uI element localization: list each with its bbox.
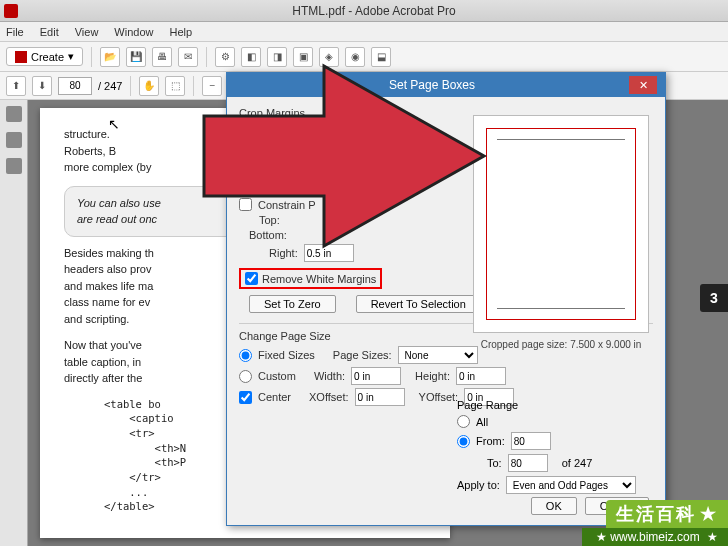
star-icon: ★ — [700, 504, 718, 524]
tool-icon[interactable]: ◉ — [345, 47, 365, 67]
tool-icon[interactable]: ◨ — [267, 47, 287, 67]
all-pages-radio[interactable] — [457, 415, 470, 428]
doc-text: more complex (by — [64, 161, 151, 173]
pdf-icon — [4, 4, 18, 18]
tool-icon[interactable]: ◈ — [319, 47, 339, 67]
create-icon — [15, 51, 27, 63]
window-title: HTML.pdf - Adobe Acrobat Pro — [24, 4, 724, 18]
fixed-sizes-label: Fixed Sizes — [258, 349, 315, 361]
custom-radio[interactable] — [239, 370, 252, 383]
from-label: From: — [476, 435, 505, 447]
doc-text: Now that you've — [64, 339, 142, 351]
menu-file[interactable]: File — [6, 26, 24, 38]
select-tool-icon[interactable]: ⬚ — [165, 76, 185, 96]
page-sizes-label: Page Sizes: — [333, 349, 392, 361]
save-icon[interactable]: 💾 — [126, 47, 146, 67]
menubar: File Edit View Window Help — [0, 22, 728, 42]
doc-text: class name for ev — [64, 296, 150, 308]
doc-text: headers also prov — [64, 263, 151, 275]
to-input[interactable] — [508, 454, 548, 472]
sidebar — [0, 100, 28, 546]
right-label: Right: — [269, 247, 298, 259]
tool-icon[interactable]: ▣ — [293, 47, 313, 67]
page-preview — [473, 115, 649, 333]
doc-text: directly after the — [64, 372, 142, 384]
separator — [91, 47, 92, 67]
close-button[interactable]: ✕ — [629, 76, 657, 94]
show-all-boxes-checkbox[interactable] — [239, 123, 252, 136]
page-range-label: Page Range — [457, 399, 636, 411]
create-label: Create — [31, 51, 64, 63]
page-total: / 247 — [98, 80, 122, 92]
separator — [193, 76, 194, 96]
custom-label: Custom — [258, 370, 296, 382]
bookmarks-icon[interactable] — [6, 132, 22, 148]
tool-icon[interactable]: ◧ — [241, 47, 261, 67]
fixed-sizes-radio[interactable] — [239, 349, 252, 362]
apply-to-label: Apply to: — [457, 479, 500, 491]
attachments-icon[interactable] — [6, 158, 22, 174]
page-number-input[interactable] — [58, 77, 92, 95]
ok-button[interactable]: OK — [531, 497, 577, 515]
center-checkbox[interactable] — [239, 391, 252, 404]
yoffset-label: YOffset: — [419, 391, 459, 403]
doc-text: and makes life ma — [64, 280, 153, 292]
menu-edit[interactable]: Edit — [40, 26, 59, 38]
tool-icon[interactable]: ⬓ — [371, 47, 391, 67]
menu-help[interactable]: Help — [169, 26, 192, 38]
dialog-titlebar: Set Page Boxes ✕ — [227, 73, 665, 97]
remove-white-margins-checkbox[interactable] — [245, 272, 258, 285]
constrain-checkbox[interactable] — [239, 198, 252, 211]
watermark: 生活百科★ ★ www.bimeiz.com ★ — [582, 500, 728, 546]
set-to-zero-button[interactable]: Set To Zero — [249, 295, 336, 313]
set-page-boxes-dialog: Set Page Boxes ✕ Crop Margins Show All B… — [226, 72, 666, 526]
doc-text: You can also use — [77, 197, 161, 209]
doc-text: Besides making th — [64, 247, 154, 259]
mail-icon[interactable]: ✉ — [178, 47, 198, 67]
chevron-down-icon: ▾ — [68, 50, 74, 63]
width-input[interactable] — [351, 367, 401, 385]
separator — [206, 47, 207, 67]
menu-window[interactable]: Window — [114, 26, 153, 38]
page-down-icon[interactable]: ⬇ — [32, 76, 52, 96]
top-label: Top: — [259, 214, 280, 226]
toolbar-main: Create ▾ 📂 💾 🖶 ✉ ⚙ ◧ ◨ ▣ ◈ ◉ ⬓ — [0, 42, 728, 72]
star-icon: ★ — [596, 530, 607, 544]
from-radio[interactable] — [457, 435, 470, 448]
page-up-icon[interactable]: ⬆ — [6, 76, 26, 96]
watermark-url: ★ www.bimeiz.com ★ — [582, 528, 728, 546]
from-input[interactable] — [511, 432, 551, 450]
xoffset-input[interactable] — [355, 388, 405, 406]
all-label: All — [476, 416, 488, 428]
doc-text: Roberts, B — [64, 145, 116, 157]
print-icon[interactable]: 🖶 — [152, 47, 172, 67]
open-icon[interactable]: 📂 — [100, 47, 120, 67]
page-range-group: Page Range All From: To: of 247 Apply to… — [457, 397, 636, 498]
doc-text: are read out onc — [77, 213, 157, 225]
titlebar: HTML.pdf - Adobe Acrobat Pro — [0, 0, 728, 22]
page-sizes-select[interactable]: None — [398, 346, 478, 364]
width-label: Width: — [314, 370, 345, 382]
of-total-label: of 247 — [562, 457, 593, 469]
zoom-out-icon[interactable]: − — [202, 76, 222, 96]
create-button[interactable]: Create ▾ — [6, 47, 83, 66]
preview-crop-box — [486, 128, 636, 320]
show-all-boxes-label: Show All Boxes — [258, 124, 334, 136]
gear-icon[interactable]: ⚙ — [215, 47, 235, 67]
separator — [130, 76, 131, 96]
remove-white-margins-highlight: Remove White Margins — [239, 268, 382, 289]
right-input[interactable] — [304, 244, 354, 262]
remove-white-margins-label: Remove White Margins — [262, 273, 376, 285]
revert-button[interactable]: Revert To Selection — [356, 295, 481, 313]
menu-view[interactable]: View — [75, 26, 99, 38]
center-label: Center — [258, 391, 291, 403]
height-input[interactable] — [456, 367, 506, 385]
doc-text: table caption, in — [64, 356, 141, 368]
constrain-label: Constrain P — [258, 199, 315, 211]
hand-tool-icon[interactable]: ✋ — [139, 76, 159, 96]
dialog-title: Set Page Boxes — [235, 78, 629, 92]
thumbnails-icon[interactable] — [6, 106, 22, 122]
watermark-title: 生活百科★ — [606, 500, 728, 528]
doc-text: structure. — [64, 128, 110, 140]
apply-to-select[interactable]: Even and Odd Pages — [506, 476, 636, 494]
